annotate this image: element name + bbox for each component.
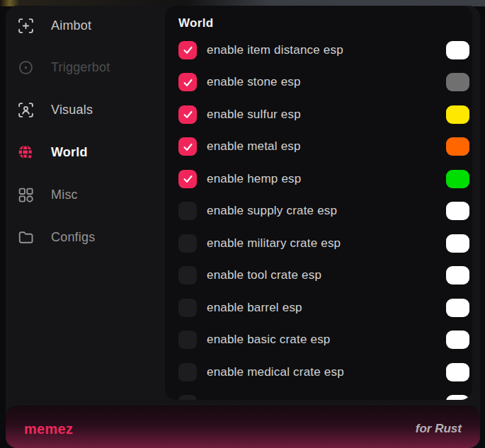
checkbox-label: enable supply crate esp bbox=[207, 204, 337, 218]
checkbox-label: enable item distance esp bbox=[207, 43, 343, 57]
person-scan-icon bbox=[17, 101, 35, 119]
color-swatch[interactable] bbox=[446, 363, 469, 381]
checkbox[interactable] bbox=[178, 363, 197, 381]
checkbox-label: enable basic crate esp bbox=[207, 333, 331, 347]
sidebar-item-configs[interactable]: Configs bbox=[6, 223, 165, 251]
sidebar: Aimbot Triggerbot Visuals World Misc Con… bbox=[6, 6, 165, 400]
sidebar-item-label: Configs bbox=[51, 230, 95, 245]
checkbox-label: enable barrel esp bbox=[207, 301, 302, 315]
checkmark-icon bbox=[182, 76, 194, 88]
sidebar-item-label: Aimbot bbox=[51, 18, 91, 33]
color-swatch[interactable] bbox=[446, 170, 469, 188]
panel-title: World bbox=[178, 14, 469, 34]
crosshair-scan-icon bbox=[17, 17, 35, 35]
checkbox[interactable] bbox=[178, 266, 197, 285]
menu-window: Aimbot Triggerbot Visuals World Misc Con… bbox=[6, 6, 480, 448]
checkbox[interactable] bbox=[178, 105, 197, 124]
checkbox-label: enable military crate esp bbox=[207, 236, 341, 251]
sidebar-item-misc[interactable]: Misc bbox=[6, 180, 165, 209]
sidebar-item-world[interactable]: World bbox=[6, 138, 165, 166]
checkbox[interactable] bbox=[178, 202, 197, 220]
setting-row: enable hemp esp bbox=[178, 163, 469, 195]
color-swatch[interactable] bbox=[446, 73, 469, 91]
sidebar-item-label: World bbox=[51, 145, 88, 160]
setting-row: enable basic crate esp bbox=[178, 324, 469, 357]
setting-row: enable stone esp bbox=[178, 67, 469, 99]
target-circle-icon bbox=[17, 59, 35, 76]
checkbox-label: enable medical crate esp bbox=[207, 365, 344, 379]
checkbox-label: enable stone esp bbox=[207, 75, 301, 89]
checkbox-label: enable metal esp bbox=[207, 139, 301, 154]
color-swatch[interactable] bbox=[446, 234, 469, 253]
brand-tagline: for Rust bbox=[416, 422, 462, 436]
color-swatch[interactable] bbox=[446, 137, 469, 156]
sidebar-item-triggerbot[interactable]: Triggerbot bbox=[6, 53, 165, 81]
color-swatch[interactable] bbox=[446, 105, 469, 124]
sidebar-item-visuals[interactable]: Visuals bbox=[6, 96, 165, 124]
grid-shapes-icon bbox=[17, 186, 35, 204]
setting-row: enable barrel esp bbox=[178, 292, 469, 324]
setting-row: enable metal esp bbox=[178, 131, 469, 163]
checkbox[interactable] bbox=[178, 137, 197, 156]
checkmark-icon bbox=[182, 108, 194, 120]
setting-row: enable tool crate esp bbox=[178, 260, 469, 292]
setting-row: enable sulfur esp bbox=[178, 98, 469, 131]
checkmark-icon bbox=[182, 44, 194, 56]
setting-row: enable item distance esp bbox=[178, 34, 469, 67]
checkbox-label: enable tool crate esp bbox=[207, 268, 321, 282]
checkbox[interactable] bbox=[178, 170, 197, 188]
settings-panel: World enable item distance esp enable st… bbox=[165, 6, 472, 400]
setting-row: enable medical crate esp bbox=[178, 356, 469, 389]
brand-name: memez bbox=[24, 421, 73, 437]
setting-row: enable military crate esp bbox=[178, 227, 469, 260]
checkmark-icon bbox=[182, 141, 194, 153]
color-swatch[interactable] bbox=[446, 395, 469, 400]
setting-row bbox=[178, 389, 469, 401]
checkbox-label: enable sulfur esp bbox=[207, 108, 301, 122]
sidebar-item-label: Triggerbot bbox=[51, 60, 110, 75]
color-swatch[interactable] bbox=[446, 331, 469, 349]
checkbox[interactable] bbox=[178, 73, 197, 91]
settings-rows: enable item distance esp enable stone es… bbox=[178, 34, 469, 400]
checkmark-icon bbox=[182, 173, 194, 185]
color-swatch[interactable] bbox=[446, 299, 469, 317]
folder-icon bbox=[17, 229, 35, 246]
checkbox[interactable] bbox=[178, 331, 197, 349]
sidebar-item-label: Misc bbox=[51, 188, 78, 202]
checkbox[interactable] bbox=[178, 299, 197, 317]
color-swatch[interactable] bbox=[446, 202, 469, 220]
checkbox[interactable] bbox=[178, 41, 197, 59]
sidebar-item-label: Visuals bbox=[51, 103, 93, 117]
sidebar-item-aimbot[interactable]: Aimbot bbox=[6, 11, 165, 40]
checkbox[interactable] bbox=[178, 234, 197, 253]
globe-pin-icon bbox=[17, 144, 35, 161]
checkbox-label: enable hemp esp bbox=[207, 172, 301, 186]
checkbox[interactable] bbox=[178, 395, 197, 400]
footer-bar: memez for Rust bbox=[6, 406, 480, 448]
color-swatch[interactable] bbox=[446, 266, 469, 285]
color-swatch[interactable] bbox=[446, 41, 469, 59]
setting-row: enable supply crate esp bbox=[178, 195, 469, 228]
